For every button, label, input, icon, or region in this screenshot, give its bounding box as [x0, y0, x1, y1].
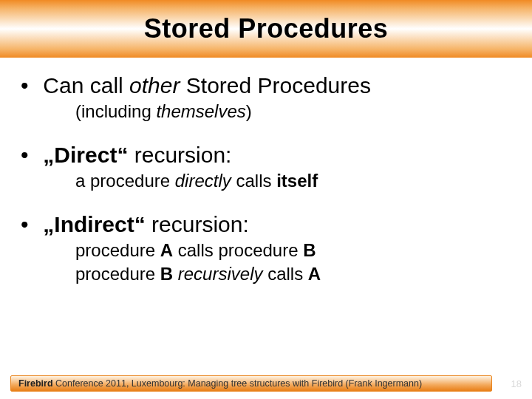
- page-number: 18: [492, 378, 522, 389]
- bullet-2-sub: a procedure directly calls itself: [22, 170, 510, 192]
- slide-content: Can call other Stored Procedures (includ…: [0, 58, 532, 285]
- footer-text: Conference 2011, Luxembourg: Managing tr…: [53, 378, 423, 389]
- text: ): [246, 101, 252, 121]
- text-bold: itself: [276, 171, 318, 191]
- bullet-2: „Direct“ recursion:: [22, 142, 510, 168]
- text: calls procedure: [173, 240, 303, 260]
- text: Stored Procedures: [180, 73, 370, 98]
- bullet-3-line1: procedure A calls procedure B: [22, 239, 510, 262]
- text: recursion:: [146, 212, 249, 236]
- footer: Firebird Conference 2011, Luxembourg: Ma…: [0, 375, 532, 392]
- footer-caption: Firebird Conference 2011, Luxembourg: Ma…: [10, 375, 492, 392]
- text-bold: A: [308, 264, 321, 284]
- text-italic: directly: [175, 171, 231, 191]
- footer-brand: Firebird: [18, 378, 53, 389]
- text-bold: A: [160, 240, 173, 260]
- text-bold: „Indirect“: [43, 212, 145, 236]
- text-italic: recursively: [178, 264, 263, 284]
- text: procedure: [75, 264, 160, 284]
- text-bold: B: [303, 240, 316, 260]
- text: calls: [231, 171, 276, 191]
- slide-title: Stored Procedures: [144, 13, 389, 44]
- text-bold: „Direct“: [43, 143, 128, 167]
- text-italic: other: [129, 73, 180, 98]
- bullet-3-line2: procedure B recursively calls A: [22, 263, 510, 285]
- bullet-3: „Indirect“ recursion:: [22, 211, 510, 238]
- text: a procedure: [75, 171, 175, 191]
- text: (including: [75, 101, 156, 121]
- text: recursion:: [128, 143, 231, 167]
- text: calls: [262, 264, 307, 284]
- bullet-1-sub: (including themselves): [22, 100, 510, 123]
- text: [173, 264, 178, 284]
- title-banner: Stored Procedures: [0, 0, 532, 58]
- text-bold: B: [160, 264, 173, 284]
- text-italic: themselves: [156, 101, 245, 121]
- bullet-1: Can call other Stored Procedures: [22, 72, 510, 99]
- text: Can call: [43, 73, 129, 98]
- text: procedure: [75, 240, 160, 260]
